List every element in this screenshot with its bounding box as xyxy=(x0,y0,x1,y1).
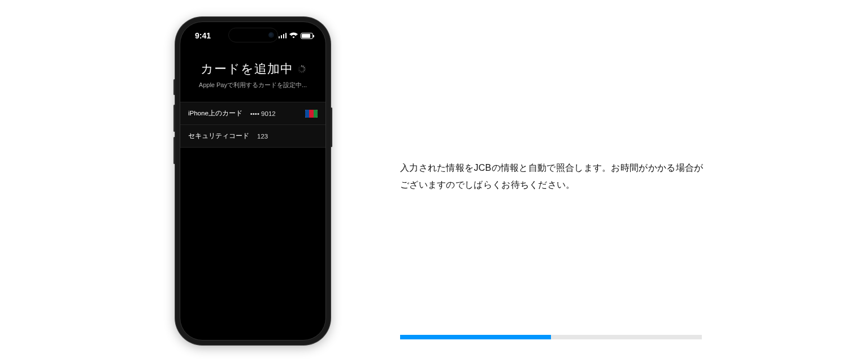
svg-rect-11 xyxy=(299,66,301,68)
progress-bar xyxy=(400,335,702,339)
svg-rect-8 xyxy=(298,70,300,71)
svg-rect-4 xyxy=(303,70,305,71)
phone-device-frame: 9:41 カードを追加中 xyxy=(175,17,331,345)
screen-title: カードを追加中 xyxy=(201,61,293,77)
cellular-signal-icon xyxy=(279,33,287,38)
loading-spinner-icon xyxy=(298,65,306,73)
svg-rect-7 xyxy=(299,71,301,73)
row-label: セキュリティコード xyxy=(188,132,249,140)
card-row-security-code: セキュリティコード 123 xyxy=(180,125,326,148)
front-camera-icon xyxy=(268,32,274,38)
progress-fill xyxy=(400,335,551,339)
svg-rect-10 xyxy=(298,67,300,68)
svg-rect-5 xyxy=(302,71,304,73)
wifi-icon xyxy=(289,31,298,40)
row-value: 123 xyxy=(257,133,318,140)
row-label: iPhone上のカード xyxy=(188,109,242,118)
svg-rect-1 xyxy=(302,66,304,68)
phone-screen: 9:41 カードを追加中 xyxy=(180,21,326,341)
svg-rect-6 xyxy=(301,71,302,74)
jcb-card-icon xyxy=(305,110,318,118)
svg-rect-3 xyxy=(303,68,306,69)
instruction-panel: 入力された情報をJCBの情報と自動で照合します。お時間がかかる場合がございますの… xyxy=(400,160,705,193)
svg-rect-0 xyxy=(301,65,302,67)
status-time: 9:41 xyxy=(195,31,211,40)
card-info-list: iPhone上のカード •••• 9012 セキュリティコード 123 xyxy=(180,102,326,148)
screen-subtitle: Apple Payで利用するカードを設定中... xyxy=(180,81,326,89)
row-value: •••• 9012 xyxy=(250,110,297,117)
battery-icon xyxy=(301,33,313,39)
svg-rect-9 xyxy=(298,68,300,69)
card-row-card-number: iPhone上のカード •••• 9012 xyxy=(180,102,326,125)
dynamic-island xyxy=(228,28,278,42)
svg-rect-2 xyxy=(303,67,305,68)
instruction-text: 入力された情報をJCBの情報と自動で照合します。お時間がかかる場合がございますの… xyxy=(400,160,705,193)
